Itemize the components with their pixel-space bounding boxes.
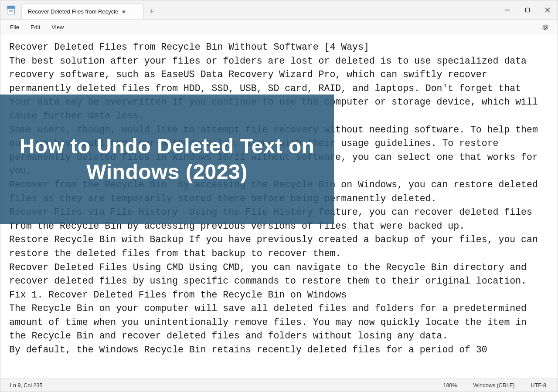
maximize-icon [525,7,530,13]
close-button[interactable] [538,0,558,20]
gear-icon [542,24,549,31]
menu-file[interactable]: File [5,21,24,33]
status-cursor-position[interactable]: Ln 9, Col 235 [4,382,42,389]
status-zoom[interactable]: 180% [435,382,465,389]
tab-title: Recover Deleted Files from Recycle [28,8,118,15]
svg-rect-1 [526,8,530,12]
menubar: File Edit View [0,20,558,35]
unsaved-indicator-icon [122,10,125,13]
minimize-button[interactable] [497,0,517,20]
titlebar: Recover Deleted Files from Recycle ✕ + [0,0,558,20]
overlay-text: How to Undo Deleted Text on Windows (202… [17,134,316,185]
settings-button[interactable] [538,21,553,34]
statusbar: Ln 9, Col 235 180% Windows (CRLF) UTF-8 [0,378,558,392]
new-tab-button[interactable]: + [144,3,160,19]
article-title-overlay: How to Undo Deleted Text on Windows (202… [0,95,334,224]
maximize-button[interactable] [517,0,538,20]
document-tab[interactable]: Recover Deleted Files from Recycle ✕ [21,3,144,19]
tab-strip: Recover Deleted Files from Recycle ✕ + [21,0,497,19]
menu-view[interactable]: View [46,21,69,33]
close-icon [545,7,550,13]
app-icon-container [0,0,21,19]
plus-icon: + [150,7,154,16]
status-encoding[interactable]: UTF-8 [523,382,554,389]
menu-edit[interactable]: Edit [25,21,45,33]
window-controls [497,0,558,19]
minimize-icon [505,7,510,13]
status-line-ending[interactable]: Windows (CRLF) [465,382,522,389]
notepad-icon [7,6,15,14]
